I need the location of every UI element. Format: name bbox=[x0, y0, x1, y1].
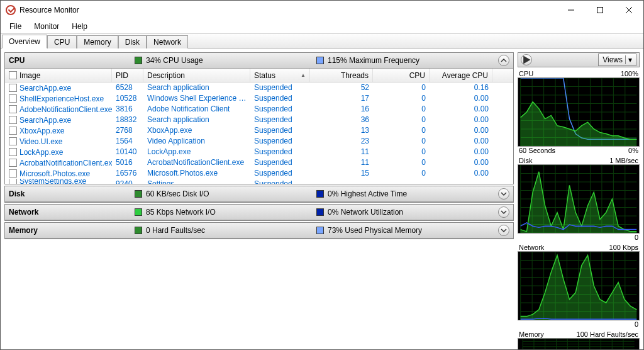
play-button[interactable] bbox=[521, 54, 532, 65]
close-button[interactable] bbox=[614, 1, 643, 20]
chart-disk: Disk1 MB/sec 0 bbox=[518, 157, 640, 241]
col-status[interactable]: Status▲ bbox=[250, 69, 310, 82]
cell-threads: 15 bbox=[310, 168, 373, 179]
memory-panel-header[interactable]: Memory 0 Hard Faults/sec 73% Used Physic… bbox=[5, 223, 513, 239]
cell-image: AcrobatNotificationClient.exe bbox=[19, 159, 112, 167]
chevron-down-icon[interactable] bbox=[498, 188, 509, 200]
cell-cpu bbox=[373, 179, 430, 184]
cell-status: Suspended bbox=[250, 104, 310, 115]
cpu-freq-swatch bbox=[316, 57, 324, 64]
chart-memory: Memory100 Hard Faults/sec bbox=[518, 330, 640, 350]
col-threads[interactable]: Threads bbox=[310, 69, 373, 82]
cell-pid: 18832 bbox=[112, 115, 143, 125]
disk-panel-title: Disk bbox=[9, 189, 135, 198]
cell-cpu: 0 bbox=[373, 136, 430, 147]
table-row[interactable]: Video.UI.exe1564Video ApplicationSuspend… bbox=[5, 136, 513, 147]
col-cpu[interactable]: CPU bbox=[373, 69, 430, 82]
row-checkbox[interactable] bbox=[9, 116, 17, 124]
cell-status: Suspended bbox=[250, 82, 310, 93]
row-checkbox[interactable] bbox=[9, 169, 17, 178]
chart-network-title: Network bbox=[519, 244, 544, 251]
cell-cpu: 0 bbox=[373, 125, 430, 136]
cell-avg: 0.00 bbox=[430, 168, 492, 179]
chart-network: Network100 Kbps 0 bbox=[518, 244, 640, 328]
cell-threads: 13 bbox=[310, 125, 373, 136]
chart-memory-max: 100 Hard Faults/sec bbox=[577, 330, 638, 338]
minimize-button[interactable] bbox=[557, 1, 586, 20]
memory-panel-title: Memory bbox=[9, 226, 135, 235]
disk-panel-header[interactable]: Disk 60 KB/sec Disk I/O 0% Highest Activ… bbox=[5, 186, 513, 202]
mem-used-swatch bbox=[316, 227, 324, 234]
cell-pid: 2768 bbox=[112, 125, 143, 136]
window-title: Resource Monitor bbox=[19, 6, 79, 14]
net-io-metric: 85 Kbps Network I/O bbox=[146, 208, 216, 217]
menu-file[interactable]: File bbox=[4, 21, 26, 32]
cell-cpu: 0 bbox=[373, 115, 430, 125]
row-checkbox[interactable] bbox=[9, 84, 17, 92]
row-checkbox[interactable] bbox=[9, 94, 17, 103]
cell-description: XboxApp.exe bbox=[143, 125, 250, 136]
network-panel-title: Network bbox=[9, 208, 135, 217]
cell-status: Suspended bbox=[250, 136, 310, 147]
chevron-down-icon[interactable] bbox=[498, 225, 509, 236]
cell-threads: 16 bbox=[310, 104, 373, 115]
maximize-button[interactable] bbox=[586, 1, 614, 20]
table-row[interactable]: AcrobatNotificationClient.exe5016Acrobat… bbox=[5, 157, 513, 168]
tab-disk[interactable]: Disk bbox=[118, 35, 147, 48]
row-checkbox[interactable] bbox=[9, 179, 17, 184]
network-panel: Network 85 Kbps Network I/O 0% Network U… bbox=[4, 204, 514, 221]
cell-image: Video.UI.exe bbox=[19, 137, 63, 146]
cell-pid: 5016 bbox=[112, 157, 143, 168]
network-panel-header[interactable]: Network 85 Kbps Network I/O 0% Network U… bbox=[5, 205, 513, 220]
table-row[interactable]: SearchApp.exe18832Search applicationSusp… bbox=[5, 115, 513, 125]
table-row[interactable]: LockApp.exe10140LockApp.exeSuspended1100… bbox=[5, 147, 513, 157]
col-description[interactable]: Description bbox=[143, 69, 250, 82]
mem-faults-swatch bbox=[135, 227, 142, 234]
cell-description: LockApp.exe bbox=[143, 147, 250, 157]
mem-faults-metric: 0 Hard Faults/sec bbox=[146, 226, 205, 235]
chart-cpu-footer-right: 0% bbox=[628, 147, 638, 154]
cell-cpu: 0 bbox=[373, 168, 430, 179]
chart-network-canvas bbox=[518, 251, 640, 320]
tab-overview[interactable]: Overview bbox=[2, 35, 47, 48]
cell-pid: 1564 bbox=[112, 136, 143, 147]
table-row[interactable]: AdobeNotificationClient.exe3816Adobe Not… bbox=[5, 104, 513, 115]
cell-image: AdobeNotificationClient.exe bbox=[19, 105, 112, 114]
cpu-panel: CPU 34% CPU Usage 115% Maximum Frequency… bbox=[4, 52, 514, 184]
table-row[interactable]: ShellExperienceHost.exe10528Windows Shel… bbox=[5, 93, 513, 104]
table-row[interactable]: Microsoft.Photos.exe16576Microsoft.Photo… bbox=[5, 168, 513, 179]
row-checkbox[interactable] bbox=[9, 137, 17, 145]
row-checkbox[interactable] bbox=[9, 127, 17, 135]
sort-asc-icon: ▲ bbox=[301, 72, 306, 78]
cell-cpu: 0 bbox=[373, 147, 430, 157]
cell-avg: 0.00 bbox=[430, 104, 492, 115]
cpu-panel-header[interactable]: CPU 34% CPU Usage 115% Maximum Frequency bbox=[5, 53, 513, 69]
disk-panel: Disk 60 KB/sec Disk I/O 0% Highest Activ… bbox=[4, 186, 514, 203]
tab-network[interactable]: Network bbox=[147, 35, 188, 48]
col-avg[interactable]: Average CPU bbox=[430, 69, 492, 82]
checkbox-all[interactable] bbox=[9, 71, 17, 79]
cell-pid: 6528 bbox=[112, 82, 143, 93]
tab-cpu[interactable]: CPU bbox=[47, 35, 77, 48]
table-row[interactable]: SystemSettings.exe9240SettingsSuspended bbox=[5, 179, 513, 184]
tab-memory[interactable]: Memory bbox=[77, 35, 118, 48]
cpu-rows: SearchApp.exe6528Search applicationSuspe… bbox=[5, 82, 513, 184]
menu-help[interactable]: Help bbox=[67, 21, 92, 32]
col-image[interactable]: Image bbox=[5, 69, 112, 82]
col-pid[interactable]: PID bbox=[112, 69, 143, 82]
menu-monitor[interactable]: Monitor bbox=[29, 21, 64, 32]
views-dropdown[interactable]: Views▾ bbox=[598, 54, 636, 66]
row-checkbox[interactable] bbox=[9, 148, 17, 156]
row-checkbox[interactable] bbox=[9, 159, 17, 167]
tabbar: Overview CPU Memory Disk Network bbox=[1, 33, 643, 48]
cell-pid: 10528 bbox=[112, 93, 143, 104]
chevron-up-icon[interactable] bbox=[498, 55, 509, 66]
row-checkbox[interactable] bbox=[9, 105, 17, 113]
chevron-down-icon[interactable] bbox=[498, 206, 509, 218]
table-row[interactable]: SearchApp.exe6528Search applicationSuspe… bbox=[5, 82, 513, 93]
app-icon bbox=[6, 5, 16, 15]
cell-threads: 36 bbox=[310, 115, 373, 125]
cell-pid: 16576 bbox=[112, 168, 143, 179]
table-row[interactable]: XboxApp.exe2768XboxApp.exeSuspended1300.… bbox=[5, 125, 513, 136]
cell-description: Microsoft.Photos.exe bbox=[143, 168, 250, 179]
